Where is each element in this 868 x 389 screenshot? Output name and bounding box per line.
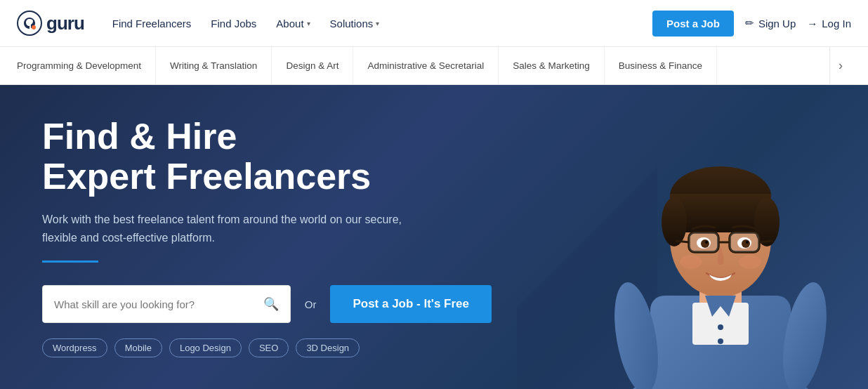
category-writing[interactable]: Writing & Translation — [156, 47, 272, 84]
svg-point-28 — [739, 255, 761, 269]
hero-person-illustration — [587, 85, 854, 389]
tag-logo-design[interactable]: Logo Design — [169, 338, 242, 357]
login-icon: → — [807, 18, 817, 29]
logo-text: guru — [46, 13, 84, 34]
tag-seo[interactable]: SEO — [249, 338, 289, 357]
hero-content: Find & Hire Expert Freelancers Work with… — [42, 117, 492, 358]
svg-point-1 — [32, 25, 36, 29]
svg-line-17 — [676, 241, 689, 242]
search-input[interactable] — [54, 298, 263, 310]
navbar: guru Find Freelancers Find Jobs About ▾ … — [0, 0, 868, 47]
hero-or-label: Or — [305, 298, 317, 310]
svg-point-29 — [718, 324, 723, 330]
nav-actions: Post a Job ✏ Sign Up → Log In — [652, 11, 851, 37]
nav-links: Find Freelancers Find Jobs About ▾ Solut… — [112, 18, 630, 29]
svg-line-18 — [759, 241, 772, 242]
tag-wordpress[interactable]: Wordpress — [42, 338, 107, 357]
post-job-free-button[interactable]: Post a Job - It's Free — [330, 285, 492, 323]
tag-3d-design[interactable]: 3D Design — [296, 338, 360, 357]
logo[interactable]: guru — [17, 11, 84, 36]
hero-divider — [42, 261, 98, 263]
svg-point-30 — [718, 338, 723, 344]
hero-section: Find & Hire Expert Freelancers Work with… — [0, 85, 868, 389]
signup-icon: ✏ — [745, 17, 754, 29]
nav-find-freelancers[interactable]: Find Freelancers — [112, 18, 192, 29]
category-programming[interactable]: Programming & Development — [17, 47, 156, 84]
logo-icon — [17, 11, 42, 36]
hero-subtitle: Work with the best freelance talent from… — [42, 211, 407, 246]
svg-point-26 — [746, 241, 749, 244]
hero-tags: Wordpress Mobile Logo Design SEO 3D Desi… — [42, 338, 492, 357]
solutions-chevron-icon: ▾ — [376, 20, 379, 27]
hero-search-row: 🔍 Or Post a Job - It's Free — [42, 285, 492, 323]
category-business[interactable]: Business & Finance — [605, 47, 717, 84]
about-chevron-icon: ▾ — [307, 20, 310, 27]
signup-button[interactable]: ✏ Sign Up — [745, 17, 796, 29]
svg-point-0 — [18, 11, 41, 35]
svg-point-23 — [701, 239, 709, 248]
search-box: 🔍 — [42, 285, 291, 323]
nav-find-jobs[interactable]: Find Jobs — [211, 18, 256, 29]
category-bar: Programming & Development Writing & Tran… — [0, 47, 868, 85]
post-job-button[interactable]: Post a Job — [652, 11, 734, 37]
svg-point-25 — [705, 241, 708, 244]
login-button[interactable]: → Log In — [807, 18, 851, 29]
hero-image — [573, 85, 868, 389]
svg-point-27 — [680, 255, 702, 269]
category-more-button[interactable]: › — [829, 47, 851, 84]
category-design[interactable]: Design & Art — [272, 47, 353, 84]
category-sales[interactable]: Sales & Marketing — [499, 47, 605, 84]
search-icon: 🔍 — [263, 296, 279, 312]
tag-mobile[interactable]: Mobile — [114, 338, 162, 357]
nav-solutions[interactable]: Solutions ▾ — [330, 18, 380, 29]
svg-point-12 — [662, 197, 687, 246]
svg-point-24 — [742, 239, 750, 248]
category-administrative[interactable]: Administrative & Secretarial — [353, 47, 499, 84]
hero-title: Find & Hire Expert Freelancers — [42, 117, 492, 197]
nav-about[interactable]: About ▾ — [276, 18, 310, 29]
